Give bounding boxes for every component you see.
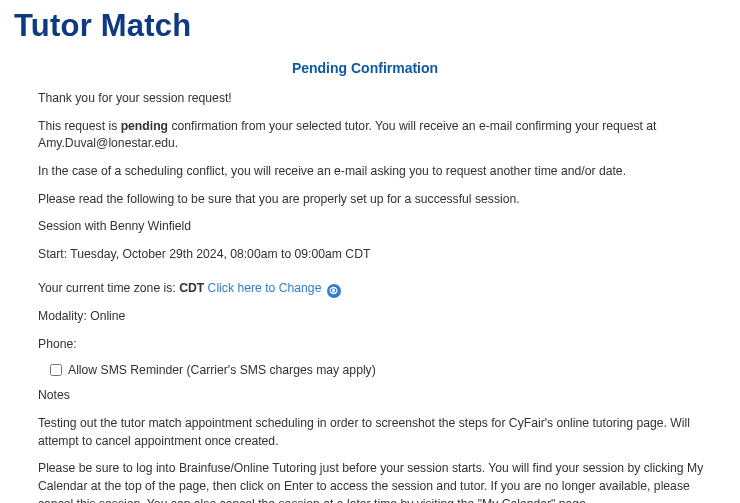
pending-text: This request is pending confirmation fro… xyxy=(38,118,716,153)
app-title: Tutor Match xyxy=(14,8,716,44)
phone-label: Phone: xyxy=(38,336,716,354)
notes-body: Testing out the tutor match appointment … xyxy=(38,415,716,450)
notes-heading: Notes xyxy=(38,387,716,405)
pending-prefix: This request is xyxy=(38,119,121,133)
page-root: Tutor Match Pending Confirmation Thank y… xyxy=(0,0,740,503)
sms-reminder-label: Allow SMS Reminder (Carrier's SMS charge… xyxy=(68,363,376,377)
conflict-text: In the case of a scheduling conflict, yo… xyxy=(38,163,716,181)
modality-text: Modality: Online xyxy=(38,308,716,326)
sms-reminder-checkbox[interactable] xyxy=(50,364,62,376)
sms-reminder-row: Allow SMS Reminder (Carrier's SMS charge… xyxy=(50,363,716,377)
change-timezone-link[interactable]: Click here to Change xyxy=(208,281,322,295)
timezone-prefix: Your current time zone is: xyxy=(38,281,179,295)
timezone-value: CDT xyxy=(179,281,204,295)
thank-you-text: Thank you for your session request! xyxy=(38,90,716,108)
timezone-row: Your current time zone is: CDT Click her… xyxy=(38,280,716,298)
pending-word: pending xyxy=(121,119,168,133)
session-with-text: Session with Benny Winfield xyxy=(38,218,716,236)
status-heading: Pending Confirmation xyxy=(38,60,692,76)
please-read-text: Please read the following to be sure tha… xyxy=(38,191,716,209)
notes-instructions: Please be sure to log into Brainfuse/Onl… xyxy=(38,460,716,503)
globe-icon[interactable]: ⦿ xyxy=(327,284,341,298)
session-start-text: Start: Tuesday, October 29th 2024, 08:00… xyxy=(38,246,716,264)
